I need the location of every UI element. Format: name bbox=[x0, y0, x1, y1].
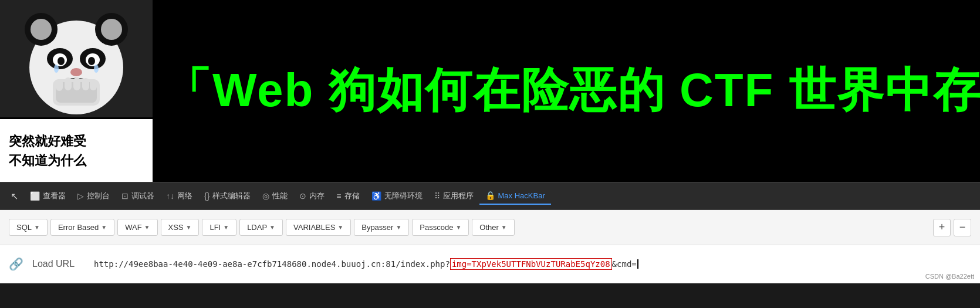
devtools-toolbar: ↖ ⬜ 查看器 ▷ 控制台 ⊡ 调试器 ↑↓ 网络 {} 样式编辑器 ◎ 性能 … bbox=[0, 182, 980, 210]
devtools-item-storage[interactable]: ≡ 存储 bbox=[330, 187, 365, 205]
error-based-arrow: ▼ bbox=[101, 224, 107, 231]
variables-arrow: ▼ bbox=[337, 224, 343, 231]
url-plain-part: http://49ee8baa-4e40-4e09-ae8a-e7cfb7148… bbox=[94, 259, 450, 269]
memory-icon: ⊙ bbox=[299, 191, 306, 201]
other-button[interactable]: Other ▼ bbox=[472, 219, 514, 236]
inspector-label: 查看器 bbox=[43, 191, 66, 201]
lfi-arrow: ▼ bbox=[223, 224, 229, 231]
devtools-item-memory[interactable]: ⊙ 内存 bbox=[293, 187, 330, 205]
svg-rect-21 bbox=[90, 79, 97, 90]
sql-arrow: ▼ bbox=[34, 224, 40, 231]
xss-button[interactable]: XSS ▼ bbox=[161, 219, 200, 236]
sql-label: SQL bbox=[16, 223, 32, 232]
other-arrow: ▼ bbox=[501, 224, 507, 231]
banner-title: 「Web 狗如何在险恶的 CTF 世界中存活？」 bbox=[153, 59, 980, 123]
add-button[interactable]: + bbox=[933, 219, 951, 236]
devtools-item-application[interactable]: ⠿ 应用程序 bbox=[428, 187, 479, 205]
svg-rect-20 bbox=[82, 78, 89, 90]
lfi-button[interactable]: LFI ▼ bbox=[202, 219, 236, 236]
ldap-button[interactable]: LDAP ▼ bbox=[239, 219, 283, 236]
remove-button[interactable]: − bbox=[954, 219, 971, 236]
error-based-label: Error Based bbox=[58, 223, 99, 232]
devtools-item-network[interactable]: ↑↓ 网络 bbox=[160, 187, 198, 205]
error-based-button[interactable]: Error Based ▼ bbox=[50, 219, 114, 236]
hackbar-toolbar: SQL ▼ Error Based ▼ WAF ▼ XSS ▼ LFI ▼ LD… bbox=[0, 210, 980, 245]
csdn-watermark: CSDN @Ba22ett bbox=[925, 273, 974, 280]
passcode-arrow: ▼ bbox=[455, 224, 461, 231]
hackbar-plus-minus: + − bbox=[933, 219, 971, 236]
url-bar-area: 🔗 Load URL http://49ee8baa-4e40-4e09-ae8… bbox=[0, 245, 980, 283]
panda-container: 突然就好难受 不知道为什么 bbox=[0, 0, 153, 182]
performance-icon: ◎ bbox=[262, 191, 269, 201]
storage-label: 存储 bbox=[344, 191, 360, 201]
passcode-button[interactable]: Passcode ▼ bbox=[412, 219, 469, 236]
caption-line-2: 不知道为什么 bbox=[9, 151, 86, 170]
debugger-icon: ⊡ bbox=[121, 191, 129, 201]
bypasser-button[interactable]: Bypasser ▼ bbox=[354, 219, 409, 236]
application-label: 应用程序 bbox=[443, 191, 474, 201]
ldap-arrow: ▼ bbox=[269, 224, 275, 231]
svg-rect-19 bbox=[73, 77, 80, 90]
devtools-item-hackbar[interactable]: 🔒 Max HacKBar bbox=[479, 187, 551, 205]
cursor-icon: ↖ bbox=[11, 191, 18, 202]
network-icon: ↑↓ bbox=[166, 191, 174, 201]
devtools-cursor-icon[interactable]: ↖ bbox=[5, 187, 24, 205]
caption-box: 突然就好难受 不知道为什么 bbox=[0, 117, 153, 182]
svg-point-11 bbox=[88, 57, 95, 65]
variables-button[interactable]: VARIABLES ▼ bbox=[286, 219, 351, 236]
url-cursor bbox=[637, 259, 638, 269]
application-icon: ⠿ bbox=[434, 191, 440, 201]
hackbar-icon: 🔒 bbox=[485, 191, 495, 200]
hackbar-label: Max HacKBar bbox=[498, 191, 545, 200]
banner-title-text: 「Web 狗如何在险恶的 CTF 世界中存活？」 bbox=[164, 59, 980, 123]
bypasser-label: Bypasser bbox=[361, 223, 393, 232]
accessibility-label: 无障碍环境 bbox=[384, 191, 423, 201]
devtools-item-inspector[interactable]: ⬜ 查看器 bbox=[24, 187, 72, 205]
devtools-item-debugger[interactable]: ⊡ 调试器 bbox=[116, 187, 160, 205]
devtools-item-performance[interactable]: ◎ 性能 bbox=[256, 187, 293, 205]
url-highlighted-part: img=TXpVek5UTTFNbVUzTURabE5qYz08 bbox=[450, 258, 612, 270]
svg-point-10 bbox=[58, 57, 65, 65]
url-input[interactable]: http://49ee8baa-4e40-4e09-ae8a-e7cfb7148… bbox=[94, 258, 971, 270]
style-editor-icon: {} bbox=[204, 191, 209, 201]
bypasser-arrow: ▼ bbox=[396, 224, 401, 231]
console-icon: ▷ bbox=[77, 191, 84, 201]
passcode-label: Passcode bbox=[420, 223, 453, 232]
waf-label: WAF bbox=[125, 223, 141, 232]
sql-button[interactable]: SQL ▼ bbox=[9, 219, 48, 236]
load-url-label[interactable]: Load URL bbox=[32, 259, 85, 269]
svg-point-4 bbox=[31, 19, 52, 40]
devtools-item-accessibility[interactable]: ♿ 无障碍环境 bbox=[366, 187, 428, 205]
panda-image bbox=[0, 0, 153, 117]
devtools-item-style-editor[interactable]: {} 样式编辑器 bbox=[198, 187, 256, 205]
link-icon[interactable]: 🔗 bbox=[9, 257, 23, 271]
svg-point-12 bbox=[54, 65, 59, 73]
xss-label: XSS bbox=[168, 223, 184, 232]
network-label: 网络 bbox=[177, 191, 192, 201]
banner: 突然就好难受 不知道为什么 「Web 狗如何在险恶的 CTF 世界中存活？」 bbox=[0, 0, 980, 182]
style-editor-label: 样式编辑器 bbox=[212, 191, 251, 201]
lfi-label: LFI bbox=[209, 223, 221, 232]
memory-label: 内存 bbox=[309, 191, 325, 201]
debugger-label: 调试器 bbox=[131, 191, 154, 201]
accessibility-icon: ♿ bbox=[371, 191, 381, 201]
caption-line-1: 突然就好难受 bbox=[9, 131, 86, 151]
svg-point-14 bbox=[70, 68, 82, 76]
svg-point-13 bbox=[94, 65, 99, 73]
console-label: 控制台 bbox=[87, 191, 110, 201]
performance-label: 性能 bbox=[272, 191, 288, 201]
variables-label: VARIABLES bbox=[293, 223, 335, 232]
inspector-icon: ⬜ bbox=[30, 191, 40, 201]
svg-rect-17 bbox=[56, 79, 63, 91]
storage-icon: ≡ bbox=[336, 191, 341, 201]
waf-button[interactable]: WAF ▼ bbox=[117, 219, 157, 236]
devtools-item-console[interactable]: ▷ 控制台 bbox=[72, 187, 116, 205]
svg-point-5 bbox=[101, 19, 122, 40]
svg-rect-18 bbox=[65, 77, 72, 90]
other-label: Other bbox=[479, 223, 499, 232]
waf-arrow: ▼ bbox=[144, 224, 150, 231]
ldap-label: LDAP bbox=[247, 223, 267, 232]
xss-arrow: ▼ bbox=[186, 224, 192, 231]
url-after-part: &cmd= bbox=[612, 259, 637, 269]
